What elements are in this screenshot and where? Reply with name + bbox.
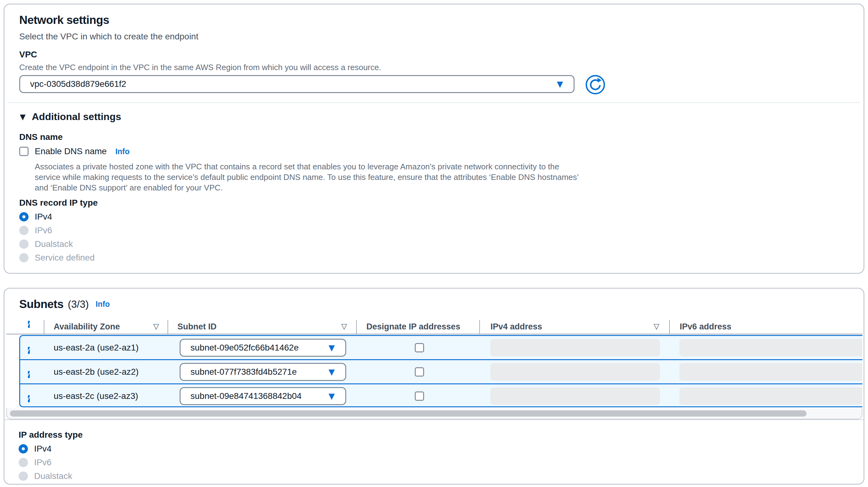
ipv4-address-field	[491, 363, 660, 381]
dns-record-ip-type-label: DNS record IP type	[19, 198, 98, 208]
enable-dns-info-link[interactable]: Info	[115, 147, 130, 156]
additional-settings-title: Additional settings	[32, 111, 121, 123]
subnets-title: Subnets	[19, 298, 63, 311]
radio-option-service-defined: Service defined	[19, 253, 95, 263]
col-availability-zone: Availability Zone	[54, 322, 120, 332]
chevron-down-icon	[329, 368, 345, 376]
horizontal-scrollbar-thumb[interactable]	[10, 410, 807, 417]
column-separator	[669, 320, 670, 334]
dns-record-ip-type-group: IPv4 IPv6 Dualstack Service defined	[19, 212, 95, 267]
availability-zone-cell: us-east-2c (use2-az3)	[54, 391, 138, 401]
expander-triangle-icon	[20, 113, 25, 121]
subnet-select-value: subnet-09e84741368842b04	[181, 391, 302, 401]
column-separator	[356, 320, 357, 334]
radio-option-ipv6: IPv6	[19, 458, 72, 467]
availability-zone-cell: us-east-2a (use2-az1)	[54, 343, 139, 353]
network-settings-card: Network settings Select the VPC in which…	[4, 4, 864, 274]
subnet-select[interactable]: subnet-077f7383fd4b5271e	[180, 363, 346, 381]
ipv4-address-field	[491, 388, 660, 405]
radio-dualstack-label: Dualstack	[35, 239, 73, 249]
radio-ipv6-label: IPv6	[34, 458, 52, 467]
radio-ipv6	[19, 226, 29, 235]
enable-dns-checkbox[interactable]	[19, 147, 29, 156]
enable-dns-row: Enable DNS name Info	[19, 146, 130, 156]
radio-ipv6-label: IPv6	[35, 225, 52, 236]
refresh-icon	[585, 91, 606, 96]
ip-address-type-label: IP address type	[19, 430, 83, 440]
ipv6-address-field	[679, 388, 862, 405]
table-row[interactable]: us-east-2b (use2-az2) subnet-077f7383fd4…	[20, 359, 862, 384]
subnet-select[interactable]: subnet-09e84741368842b04	[180, 387, 346, 405]
designate-ip-checkbox[interactable]	[415, 367, 424, 376]
page-subtitle: Select the VPC in which to create the en…	[19, 32, 198, 41]
section-divider	[7, 102, 861, 103]
sort-icon[interactable]	[341, 323, 347, 330]
radio-ipv4-label: IPv4	[34, 444, 52, 454]
column-separator	[479, 320, 480, 334]
sort-icon[interactable]	[153, 323, 159, 330]
column-separator	[167, 320, 168, 334]
subnets-info-link[interactable]: Info	[96, 300, 110, 309]
subnet-select-value: subnet-077f7383fd4b5271e	[181, 367, 297, 377]
select-all-checkbox[interactable]	[28, 321, 30, 328]
refresh-button[interactable]	[585, 74, 606, 95]
designate-ip-checkbox[interactable]	[415, 392, 424, 401]
radio-dualstack	[19, 240, 29, 249]
vpc-label: VPC	[19, 50, 37, 60]
subnet-select[interactable]: subnet-09e052fc66b41462e	[180, 339, 346, 357]
sort-icon[interactable]	[654, 323, 659, 330]
subnets-header: Subnets (3/3) Info	[19, 298, 110, 311]
col-subnet-id: Subnet ID	[178, 322, 217, 332]
col-designate-ip: Designate IP addresses	[366, 322, 460, 332]
radio-option-dualstack: Dualstack	[19, 471, 72, 481]
radio-service-defined	[19, 253, 29, 263]
col-ipv6-address: IPv6 address	[680, 322, 732, 332]
ipv6-address-field	[679, 363, 862, 381]
enable-dns-description: Associates a private hosted zone with th…	[35, 161, 579, 193]
ipv6-address-field	[679, 339, 862, 357]
chevron-down-icon	[329, 392, 345, 400]
radio-option-ipv4: IPv4	[19, 212, 95, 221]
table-row[interactable]: us-east-2a (use2-az1) subnet-09e052fc66b…	[20, 336, 862, 359]
designate-ip-checkbox[interactable]	[415, 343, 424, 353]
vpc-select-value: vpc-0305d38d879e661f2	[20, 79, 126, 89]
subnets-table-header: Availability Zone Subnet ID Designate IP…	[0, 320, 868, 334]
subnets-table-body: us-east-2a (use2-az1) subnet-09e052fc66b…	[19, 335, 862, 407]
radio-ipv4-label: IPv4	[35, 212, 52, 222]
table-header-underline	[6, 334, 862, 334]
dns-name-label: DNS name	[19, 132, 63, 142]
subnet-select-value: subnet-09e052fc66b41462e	[181, 343, 299, 353]
vpc-select[interactable]: vpc-0305d38d879e661f2	[19, 75, 575, 93]
radio-service-defined-label: Service defined	[35, 253, 95, 263]
radio-dualstack-label: Dualstack	[34, 471, 72, 481]
column-separator	[44, 320, 44, 334]
section-divider	[4, 419, 864, 420]
radio-option-ipv6: IPv6	[19, 226, 95, 235]
table-row[interactable]: us-east-2c (use2-az3) subnet-09e84741368…	[20, 384, 862, 407]
availability-zone-cell: us-east-2b (use2-az2)	[54, 367, 139, 377]
col-ipv4-address: IPv4 address	[491, 322, 542, 332]
row-checkbox[interactable]	[28, 371, 30, 378]
row-checkbox[interactable]	[28, 347, 30, 354]
radio-ipv4[interactable]	[19, 444, 28, 454]
chevron-down-icon	[329, 344, 345, 352]
enable-dns-label: Enable DNS name	[35, 146, 107, 156]
radio-ipv4[interactable]	[19, 212, 29, 221]
additional-settings-expander[interactable]: Additional settings	[20, 111, 121, 123]
horizontal-scrollbar-track[interactable]	[6, 408, 862, 419]
chevron-down-icon	[557, 80, 574, 88]
row-checkbox[interactable]	[28, 395, 30, 402]
radio-option-dualstack: Dualstack	[19, 240, 95, 249]
radio-dualstack	[19, 471, 28, 481]
subnets-count: (3/3)	[68, 298, 89, 310]
ipv4-address-field	[491, 339, 660, 357]
vpc-description: Create the VPC endpoint in the VPC in th…	[19, 63, 381, 72]
ip-address-type-group: IPv4 IPv6 Dualstack	[19, 444, 72, 485]
radio-ipv6	[19, 458, 28, 467]
page-title: Network settings	[19, 13, 109, 27]
radio-option-ipv4: IPv4	[19, 444, 72, 454]
